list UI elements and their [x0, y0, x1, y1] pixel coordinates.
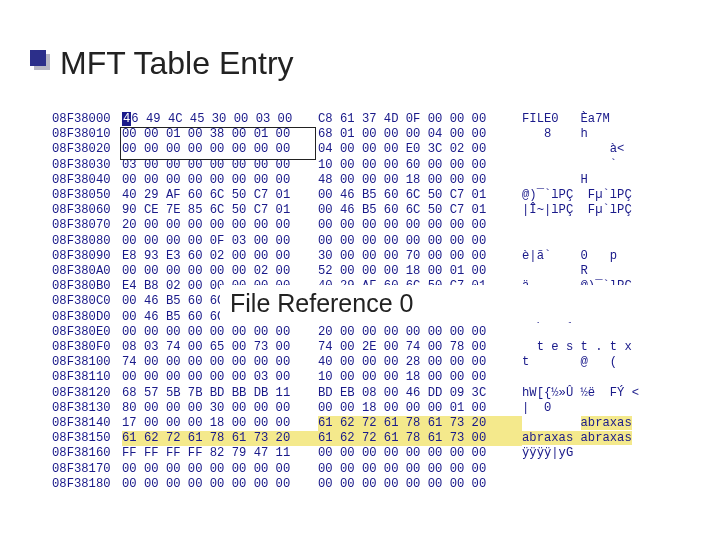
ascii: t e s t . t x — [522, 340, 632, 355]
hex-bytes-right: BD EB 08 00 46 DD 09 3C — [318, 386, 522, 401]
hex-bytes-right: 40 00 00 00 28 00 00 00 — [318, 355, 522, 370]
hex-bytes-right: 61 62 72 61 78 61 73 00 — [318, 431, 522, 446]
ascii: @)¯`lPÇ Fµ`lPÇ — [522, 188, 632, 203]
hex-bytes-left: 00 00 00 00 00 00 00 00 — [122, 173, 318, 188]
hex-bytes-right: 30 00 00 00 70 00 00 00 — [318, 249, 522, 264]
ascii — [522, 370, 529, 385]
hex-row: 08F3818000 00 00 00 00 00 00 0000 00 00 … — [52, 477, 639, 492]
hex-row: 08F3812068 57 5B 7B BD BB DB 11BD EB 08 … — [52, 386, 639, 401]
hex-row: 08F3811000 00 00 00 00 00 03 0010 00 00 … — [52, 370, 639, 385]
offset: 08F38180 — [52, 477, 122, 492]
offset: 08F38110 — [52, 370, 122, 385]
ascii: R — [522, 264, 588, 279]
ascii — [522, 462, 529, 477]
hex-bytes-left: 61 62 72 61 78 61 73 20 — [122, 431, 318, 446]
hex-bytes-left: 74 00 00 00 00 00 00 00 — [122, 355, 318, 370]
hex-bytes-left: 80 00 00 00 30 00 00 00 — [122, 401, 318, 416]
hex-row: 08F380F008 03 74 00 65 00 73 0074 00 2E … — [52, 340, 639, 355]
hex-bytes-left: 17 00 00 00 18 00 00 00 — [122, 416, 318, 431]
ascii: hW[{½»Û ½ë FÝ < — [522, 386, 639, 401]
offset: 08F38010 — [52, 127, 122, 142]
hex-bytes-left: 00 00 00 00 00 00 00 00 — [122, 142, 318, 157]
offset: 08F380A0 — [52, 264, 122, 279]
offset: 08F38170 — [52, 462, 122, 477]
page-title: MFT Table Entry — [60, 45, 294, 82]
ascii: à< — [522, 142, 624, 157]
hex-row: 08F3803003 00 00 00 00 00 00 0010 00 00 … — [52, 158, 639, 173]
ascii — [522, 218, 529, 233]
offset: 08F38140 — [52, 416, 122, 431]
offset: 08F38040 — [52, 173, 122, 188]
hex-bytes-left: 08 03 74 00 65 00 73 00 — [122, 340, 318, 355]
ascii — [522, 325, 529, 340]
hex-bytes-left: 03 00 00 00 00 00 00 00 — [122, 158, 318, 173]
hex-bytes-right: 00 46 B5 60 6C 50 C7 01 — [318, 188, 522, 203]
hex-bytes-right: 10 00 00 00 18 00 00 00 — [318, 370, 522, 385]
offset: 08F38020 — [52, 142, 122, 157]
offset: 08F38060 — [52, 203, 122, 218]
offset: 08F38070 — [52, 218, 122, 233]
ascii: | 0 — [522, 401, 551, 416]
offset: 08F38130 — [52, 401, 122, 416]
hex-row: 08F3806090 CE 7E 85 6C 50 C7 0100 46 B5 … — [52, 203, 639, 218]
ascii: t @ ( — [522, 355, 617, 370]
hex-row: 08F3802000 00 00 00 00 00 00 0004 00 00 … — [52, 142, 639, 157]
hex-bytes-right: 48 00 00 00 18 00 00 00 — [318, 173, 522, 188]
hex-bytes-left: E8 93 E3 60 02 00 00 00 — [122, 249, 318, 264]
hex-row: 08F3817000 00 00 00 00 00 00 0000 00 00 … — [52, 462, 639, 477]
hex-bytes-left: 68 57 5B 7B BD BB DB 11 — [122, 386, 318, 401]
offset: 08F38150 — [52, 431, 122, 446]
hex-bytes-left: 00 00 00 00 00 00 03 00 — [122, 370, 318, 385]
hex-row: 08F3807020 00 00 00 00 00 00 0000 00 00 … — [52, 218, 639, 233]
hex-row: 08F3800046 49 4C 45 30 00 03 00C8 61 37 … — [52, 112, 639, 127]
hex-bytes-right: 61 62 72 61 78 61 73 20 — [318, 416, 522, 431]
hex-bytes-left: 00 00 00 00 00 00 00 00 — [122, 325, 318, 340]
offset: 08F380B0 — [52, 279, 122, 294]
hex-row: 08F3805040 29 AF 60 6C 50 C7 0100 46 B5 … — [52, 188, 639, 203]
offset: 08F38000 — [52, 112, 122, 127]
hex-bytes-right: 00 00 00 00 00 00 00 00 — [318, 446, 522, 461]
ascii: ÿÿÿÿ|yG — [522, 446, 573, 461]
hex-bytes-left: 00 00 00 00 00 00 00 00 — [122, 462, 318, 477]
hex-row: 08F3815061 62 72 61 78 61 73 2061 62 72 … — [52, 431, 639, 446]
ascii: abraxas abraxas — [522, 431, 632, 446]
hex-bytes-left: FF FF FF FF 82 79 47 11 — [122, 446, 318, 461]
ascii: 8 h — [522, 127, 588, 142]
hex-row: 08F38160FF FF FF FF 82 79 47 1100 00 00 … — [52, 446, 639, 461]
hex-bytes-right: 00 46 B5 60 6C 50 C7 01 — [318, 203, 522, 218]
hex-row: 08F3814017 00 00 00 18 00 00 0061 62 72 … — [52, 416, 639, 431]
offset: 08F380F0 — [52, 340, 122, 355]
offset: 08F38080 — [52, 234, 122, 249]
hex-row: 08F3801000 00 01 00 38 00 01 0068 01 00 … — [52, 127, 639, 142]
offset: 08F38100 — [52, 355, 122, 370]
hex-bytes-right: 00 00 00 00 00 00 00 00 — [318, 462, 522, 477]
hex-bytes-left: 40 29 AF 60 6C 50 C7 01 — [122, 188, 318, 203]
ascii: ` — [522, 158, 617, 173]
hex-bytes-right: 74 00 2E 00 74 00 78 00 — [318, 340, 522, 355]
hex-bytes-right: 00 00 00 00 00 00 00 00 — [318, 234, 522, 249]
hex-bytes-left: 20 00 00 00 00 00 00 00 — [122, 218, 318, 233]
hex-row: 08F3808000 00 00 00 0F 03 00 0000 00 00 … — [52, 234, 639, 249]
hex-row: 08F380A000 00 00 00 00 00 02 0052 00 00 … — [52, 264, 639, 279]
offset: 08F380D0 — [52, 310, 122, 325]
hex-bytes-left: 00 00 00 00 00 00 02 00 — [122, 264, 318, 279]
hex-row: 08F38090E8 93 E3 60 02 00 00 0030 00 00 … — [52, 249, 639, 264]
offset: 08F380C0 — [52, 294, 122, 309]
ascii — [522, 234, 529, 249]
hex-bytes-left: 46 49 4C 45 30 00 03 00 — [122, 112, 318, 127]
ascii: |Î~|lPÇ Fµ`lPÇ — [522, 203, 632, 218]
hex-bytes-left: 00 00 01 00 38 00 01 00 — [122, 127, 318, 142]
hex-row: 08F3810074 00 00 00 00 00 00 0040 00 00 … — [52, 355, 639, 370]
ascii: H — [522, 173, 588, 188]
hex-row: 08F3804000 00 00 00 00 00 00 0048 00 00 … — [52, 173, 639, 188]
hex-bytes-right: 04 00 00 00 E0 3C 02 00 — [318, 142, 522, 157]
offset: 08F380E0 — [52, 325, 122, 340]
hex-bytes-right: 20 00 00 00 00 00 00 00 — [318, 325, 522, 340]
hex-row: 08F380E000 00 00 00 00 00 00 0020 00 00 … — [52, 325, 639, 340]
hex-bytes-right: 68 01 00 00 00 04 00 00 — [318, 127, 522, 142]
bullet-icon — [30, 50, 46, 66]
hex-bytes-right: 52 00 00 00 18 00 01 00 — [318, 264, 522, 279]
ascii: abraxas — [522, 416, 632, 431]
hex-bytes-right: 00 00 00 00 00 00 00 00 — [318, 218, 522, 233]
hex-bytes-right: 10 00 00 00 60 00 00 00 — [318, 158, 522, 173]
